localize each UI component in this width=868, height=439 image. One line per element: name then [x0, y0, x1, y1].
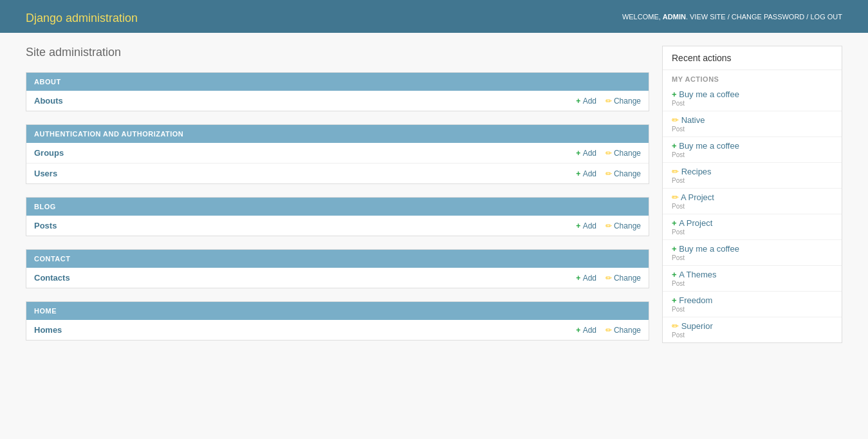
model-row: Contacts Add Change	[26, 268, 649, 288]
model-actions: Add Change	[217, 216, 649, 236]
action-item: NativePost	[663, 111, 842, 137]
content-related: Recent actions My actions Buy me a coffe…	[662, 46, 842, 353]
model-name: Posts	[26, 216, 217, 236]
model-row: Users Add Change	[26, 163, 649, 184]
model-row: Abouts Add Change	[26, 91, 649, 111]
app-module-auth: AUTHENTICATION AND AUTHORIZATION Groups …	[26, 124, 649, 184]
action-model: Post	[672, 306, 833, 313]
model-actions: Add Change	[239, 143, 649, 163]
model-actions: Add Change	[237, 91, 649, 111]
header: Django administration WELCOME, ADMIN. VI…	[0, 0, 868, 33]
model-link[interactable]: Abouts	[34, 96, 63, 106]
action-link[interactable]: Buy me a coffee	[672, 141, 739, 151]
model-name: Homes	[26, 320, 234, 340]
module-header-home: HOME	[26, 302, 649, 320]
action-link[interactable]: Freedom	[672, 295, 712, 305]
model-name: Abouts	[26, 91, 237, 111]
action-link[interactable]: Native	[672, 115, 705, 125]
content-main: Site administration ABOUT Abouts Add Cha…	[26, 46, 649, 353]
model-link[interactable]: Users	[34, 169, 57, 178]
change-password-link[interactable]: CHANGE PASSWORD	[732, 13, 804, 21]
action-link[interactable]: A Project	[672, 192, 714, 202]
app-module-about: ABOUT Abouts Add Change	[26, 72, 649, 111]
page-title: Site administration	[26, 46, 649, 59]
model-name: Contacts	[26, 268, 257, 288]
action-item: A ThemesPost	[663, 266, 842, 292]
module-header-contact: CONTACT	[26, 250, 649, 268]
module-header-blog: BLOG	[26, 198, 649, 216]
app-module-contact: CONTACT Contacts Add Change	[26, 249, 649, 288]
model-link[interactable]: Posts	[34, 221, 57, 230]
log-out-link[interactable]: LOG OUT	[810, 13, 842, 21]
action-model: Post	[672, 151, 833, 158]
model-link[interactable]: Contacts	[34, 273, 70, 283]
content-wrapper: Site administration ABOUT Abouts Add Cha…	[0, 33, 868, 366]
add-link[interactable]: Add	[576, 97, 596, 106]
site-title[interactable]: Django administration	[26, 12, 138, 24]
action-model: Post	[672, 254, 833, 261]
model-name: Groups	[26, 143, 239, 163]
action-item: SuperiorPost	[663, 317, 842, 342]
add-link[interactable]: Add	[576, 149, 596, 158]
action-link[interactable]: Superior	[672, 321, 713, 331]
action-link[interactable]: Buy me a coffee	[672, 244, 739, 254]
action-item: A ProjectPost	[663, 214, 842, 240]
add-link[interactable]: Add	[576, 274, 596, 283]
action-item: FreedomPost	[663, 292, 842, 317]
action-model: Post	[672, 280, 833, 287]
change-link[interactable]: Change	[605, 97, 641, 106]
add-link[interactable]: Add	[576, 326, 596, 335]
recent-actions-module: Recent actions My actions Buy me a coffe…	[662, 46, 842, 343]
action-item: A ProjectPost	[663, 189, 842, 214]
app-module-home: HOME Homes Add Change	[26, 301, 649, 341]
add-link[interactable]: Add	[576, 169, 596, 178]
change-link[interactable]: Change	[605, 169, 641, 178]
action-link[interactable]: Recipes	[672, 167, 712, 176]
my-actions-label: My actions	[663, 70, 842, 86]
module-header-about: ABOUT	[26, 73, 649, 91]
action-item: Buy me a coffeePost	[663, 240, 842, 266]
view-site-link[interactable]: VIEW SITE	[690, 13, 726, 21]
username: ADMIN	[663, 13, 686, 21]
module-header-auth: AUTHENTICATION AND AUTHORIZATION	[26, 125, 649, 143]
app-module-blog: BLOG Posts Add Change	[26, 197, 649, 236]
model-link[interactable]: Homes	[34, 325, 62, 335]
change-link[interactable]: Change	[605, 326, 641, 335]
model-actions: Add Change	[257, 268, 649, 288]
action-item: Buy me a coffeePost	[663, 137, 842, 163]
model-row: Homes Add Change	[26, 320, 649, 340]
welcome-text: WELCOME,	[622, 13, 663, 21]
recent-actions-title: Recent actions	[663, 46, 842, 70]
change-link[interactable]: Change	[605, 274, 641, 283]
change-link[interactable]: Change	[605, 149, 641, 158]
change-link[interactable]: Change	[605, 221, 641, 230]
modules-container: ABOUT Abouts Add Change AUTHENTICATION A…	[26, 72, 649, 341]
action-model: Post	[672, 203, 833, 210]
action-model: Post	[672, 229, 833, 236]
model-actions: Add Change	[234, 320, 649, 340]
action-model: Post	[672, 126, 833, 133]
model-row: Posts Add Change	[26, 216, 649, 236]
model-actions: Add Change	[239, 163, 649, 184]
action-link[interactable]: A Project	[672, 218, 712, 228]
action-link[interactable]: A Themes	[672, 270, 717, 279]
model-link[interactable]: Groups	[34, 148, 64, 158]
model-name: Users	[26, 163, 239, 184]
actionlist: Buy me a coffeePostNativePostBuy me a co…	[663, 86, 842, 342]
action-link[interactable]: Buy me a coffee	[672, 89, 739, 99]
add-link[interactable]: Add	[576, 221, 596, 230]
action-item: RecipesPost	[663, 163, 842, 189]
action-item: Buy me a coffeePost	[663, 86, 842, 111]
action-model: Post	[672, 332, 833, 339]
user-tools: WELCOME, ADMIN. VIEW SITE / CHANGE PASSW…	[622, 13, 842, 21]
action-model: Post	[672, 100, 833, 107]
model-row: Groups Add Change	[26, 143, 649, 163]
action-model: Post	[672, 177, 833, 184]
